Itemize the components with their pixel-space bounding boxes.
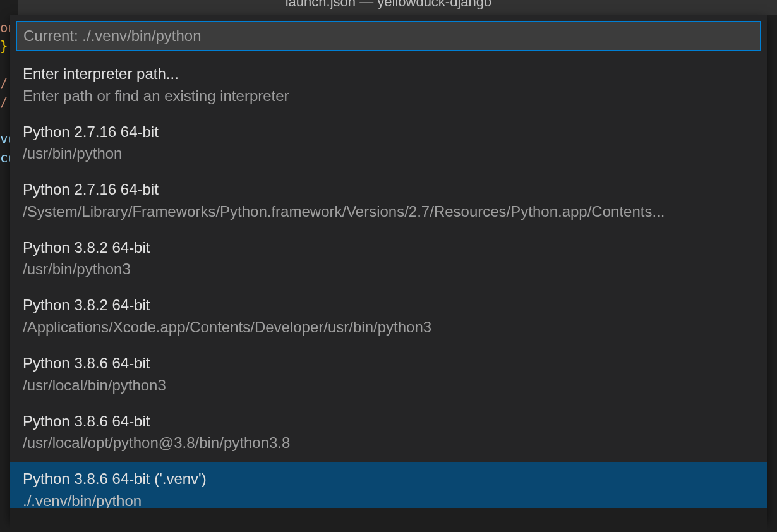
interpreter-path: /System/Library/Frameworks/Python.framew… <box>23 200 754 223</box>
interpreter-option[interactable]: Enter interpreter path...Enter path or f… <box>10 57 767 115</box>
title-bar: launch.json — yellowduck-django <box>0 0 777 15</box>
interpreter-path: /usr/bin/python <box>23 142 754 165</box>
bottom-area <box>10 508 767 532</box>
interpreter-label: Python 2.7.16 64-bit <box>23 121 754 143</box>
interpreter-option[interactable]: Python 3.8.2 64-bit/Applications/Xcode.a… <box>10 288 767 346</box>
window-title: launch.json — yellowduck-django <box>286 0 492 10</box>
interpreter-option[interactable]: Python 3.8.2 64-bit/usr/bin/python3 <box>10 231 767 289</box>
interpreter-option[interactable]: Python 3.8.6 64-bit/usr/local/bin/python… <box>10 346 767 404</box>
interpreter-label: Python 3.8.6 64-bit <box>23 411 754 432</box>
interpreter-option[interactable]: Python 3.8.6 64-bit/usr/local/opt/python… <box>10 404 767 462</box>
interpreter-option[interactable]: Python 2.7.16 64-bit/usr/bin/python <box>10 115 767 173</box>
interpreter-path: /usr/local/opt/python@3.8/bin/python3.8 <box>23 432 754 454</box>
interpreter-label: Python 3.8.2 64-bit <box>23 294 754 316</box>
interpreter-option[interactable]: Python 2.7.16 64-bit/System/Library/Fram… <box>10 172 767 231</box>
interpreter-path: /usr/bin/python3 <box>23 258 754 281</box>
interpreter-label: Python 2.7.16 64-bit <box>23 179 754 200</box>
interpreter-path-input[interactable] <box>16 21 761 51</box>
input-wrapper <box>10 15 767 57</box>
interpreter-label: Python 3.8.6 64-bit ('.venv') <box>23 468 754 490</box>
interpreter-label: Enter interpreter path... <box>23 63 754 85</box>
interpreter-list: Enter interpreter path...Enter path or f… <box>10 57 767 520</box>
interpreter-path: Enter path or find an existing interpret… <box>23 85 754 107</box>
interpreter-path: /usr/local/bin/python3 <box>23 374 754 397</box>
interpreter-label: Python 3.8.2 64-bit <box>23 237 754 258</box>
interpreter-label: Python 3.8.6 64-bit <box>23 353 754 374</box>
quick-open-panel: Enter interpreter path...Enter path or f… <box>10 15 767 520</box>
interpreter-path: /Applications/Xcode.app/Contents/Develop… <box>23 316 754 339</box>
